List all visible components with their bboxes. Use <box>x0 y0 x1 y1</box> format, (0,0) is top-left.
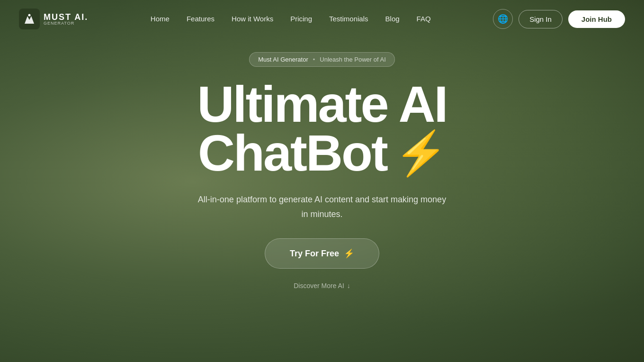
globe-icon: 🌐 <box>498 14 508 24</box>
breadcrumb-main-text: Must AI Generator <box>258 56 308 63</box>
discover-more[interactable]: Discover More AI <box>294 282 350 290</box>
nav-testimonials[interactable]: Testimonials <box>329 15 368 23</box>
svg-point-0 <box>28 14 31 17</box>
hero-title-line1: Ultimate AI <box>197 80 447 129</box>
cta-lightning-icon: ⚡ <box>344 248 354 259</box>
nav-pricing[interactable]: Pricing <box>290 15 312 23</box>
breadcrumb-separator: • <box>313 56 315 63</box>
navbar: MUST AI. generator Home Features How it … <box>0 0 644 38</box>
nav-features[interactable]: Features <box>187 15 215 23</box>
logo-box <box>19 9 40 29</box>
try-free-button[interactable]: Try For Free ⚡ <box>265 238 379 269</box>
sign-in-button[interactable]: Sign In <box>519 10 563 28</box>
breadcrumb: Must AI Generator • Unleash the Power of… <box>249 52 395 67</box>
nav-home[interactable]: Home <box>151 15 170 23</box>
hero-section: Must AI Generator • Unleash the Power of… <box>0 38 644 290</box>
nav-how-it-works[interactable]: How it Works <box>232 15 273 23</box>
nav-right: 🌐 Sign In Join Hub <box>493 9 625 29</box>
logo-link[interactable]: MUST AI. generator <box>19 9 88 29</box>
nav-blog[interactable]: Blog <box>385 15 400 23</box>
logo-icon <box>23 12 36 26</box>
nav-faq[interactable]: FAQ <box>417 15 431 23</box>
brand-sub: generator <box>44 21 88 26</box>
try-free-label: Try For Free <box>290 249 339 259</box>
hero-subtitle: All-in-one platform to generate AI conte… <box>194 192 450 221</box>
join-hub-button[interactable]: Join Hub <box>568 10 625 28</box>
language-button[interactable]: 🌐 <box>493 9 513 29</box>
breadcrumb-sub-text: Unleash the Power of AI <box>320 56 385 63</box>
hero-title-line2: ChatBot ⚡ <box>198 129 446 178</box>
logo-text: MUST AI. generator <box>44 13 88 26</box>
discover-label: Discover More AI <box>294 282 344 290</box>
lightning-icon: ⚡ <box>394 132 446 174</box>
nav-links: Home Features How it Works Pricing Testi… <box>151 15 431 23</box>
brand-name: MUST AI. <box>44 13 88 21</box>
chatbot-text: ChatBot <box>198 129 387 178</box>
